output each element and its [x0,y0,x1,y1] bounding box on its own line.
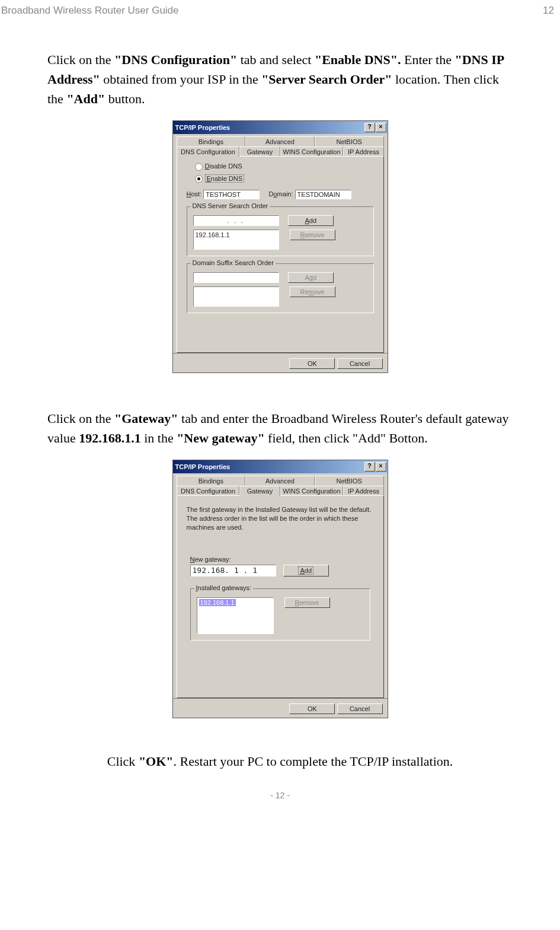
tab-advanced[interactable]: Advanced [245,136,315,146]
tab-wins[interactable]: WINS Configuration [280,146,344,157]
gateway-add-button[interactable]: Add [283,565,329,577]
dns-add-button[interactable]: Add [288,215,334,226]
cancel-button[interactable]: Cancel [337,358,383,369]
suffix-listbox[interactable] [193,286,279,307]
label-disable-dns: Disable DNS [205,163,242,170]
close-icon[interactable]: × [376,123,386,132]
tab-ipaddr[interactable]: IP Address [343,146,383,157]
doc-title: Broadband Wireless Router User Guide [1,5,179,17]
suffix-remove-button[interactable]: Remove [290,286,335,297]
page-number-top: 12 [543,5,554,17]
paragraph-ok: Click "OK". Restart your PC to complete … [47,754,513,769]
tab-bindings[interactable]: Bindings [177,136,246,146]
tab-advanced[interactable]: Advanced [245,476,315,486]
radio-disable-dns[interactable] [195,163,203,171]
suffix-search-order-label: Domain Suffix Search Order [191,259,276,266]
page-footer: - 12 - [0,769,560,807]
dns-remove-button[interactable]: Remove [290,230,335,240]
radio-enable-dns[interactable] [195,175,203,183]
help-icon[interactable]: ? [364,462,375,472]
paragraph-gateway: Click on the "Gateway" tab and enter the… [47,409,513,448]
tab-wins[interactable]: WINS Configuration [280,486,344,496]
paragraph-dns: Click on the "DNS Configuration" tab and… [47,50,513,109]
dialog-title: TCP/IP Properties [175,463,231,470]
close-icon[interactable]: × [376,462,386,472]
suffix-input[interactable] [193,272,279,283]
dns-ip-input[interactable]: . . . [193,215,279,226]
new-gateway-input[interactable]: 192.168. 1 . 1 [190,565,276,577]
tab-bindings[interactable]: Bindings [177,476,246,486]
tab-netbios[interactable]: NetBIOS [315,476,384,486]
gateway-explanation: The first gateway in the Installed Gatew… [183,502,377,538]
label-enable-dns: Enable DNS [205,174,245,183]
new-gateway-label: New gateway: [190,556,370,563]
tab-dns-config[interactable]: DNS Configuration [177,146,240,157]
help-icon[interactable]: ? [364,123,375,132]
cancel-button[interactable]: Cancel [337,703,383,714]
suffix-add-button[interactable]: Add [288,272,334,283]
tab-gateway[interactable]: Gateway [239,146,280,157]
installed-gateways-listbox[interactable]: 192.168.1.1 [197,597,274,634]
dialog-title: TCP/IP Properties [175,124,231,131]
ok-button[interactable]: OK [289,703,335,714]
installed-gateways-label: Installed gateways: [194,584,254,591]
tab-dns-config[interactable]: DNS Configuration [177,486,240,496]
tab-netbios[interactable]: NetBIOS [315,136,384,146]
domain-input[interactable]: TESTDOMAIN [295,190,351,199]
tcpip-dialog-gateway: TCP/IP Properties ? × Bindings Advanced … [172,460,388,718]
tab-gateway[interactable]: Gateway [239,486,280,496]
tcpip-dialog-dns: TCP/IP Properties ? × Bindings Advanced … [172,120,388,373]
domain-label: Domain: [269,190,293,198]
dns-listbox[interactable]: 192.168.1.1 [193,230,279,250]
host-label: Host: [187,190,202,198]
host-input[interactable]: TESTHOST [203,190,260,199]
ok-button[interactable]: OK [289,358,335,369]
tab-ipaddr[interactable]: IP Address [343,486,383,496]
gateway-remove-button[interactable]: Remove [284,597,330,608]
dns-search-order-label: DNS Server Search Order [191,202,270,209]
